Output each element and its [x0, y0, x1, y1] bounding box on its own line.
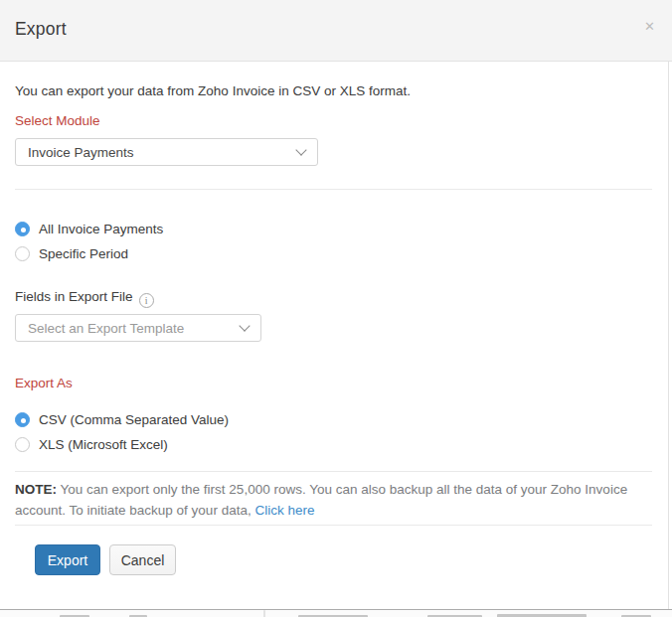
divider [15, 189, 652, 190]
divider [15, 525, 652, 526]
export-as-label: Export As [15, 376, 73, 390]
radio-icon[interactable] [15, 246, 30, 261]
radio-icon[interactable] [15, 437, 30, 452]
modal-title: Export [15, 19, 67, 40]
note-body: You can export only the first 25,000 row… [15, 482, 627, 518]
divider [15, 471, 652, 472]
modal-header: Export ✕ [0, 0, 672, 62]
chevron-down-icon [239, 320, 250, 331]
cancel-button[interactable]: Cancel [109, 544, 176, 575]
radio-icon[interactable] [15, 412, 30, 427]
fields-label-text: Fields in Export File [15, 289, 133, 304]
radio-csv[interactable]: CSV (Comma Separated Value) [15, 411, 229, 427]
click-here-link[interactable]: Click here [254, 503, 314, 518]
select-module-label: Select Module [15, 113, 100, 128]
chevron-down-icon [295, 144, 306, 155]
radio-xls[interactable]: XLS (Microsoft Excel) [15, 436, 168, 452]
radio-label: Specific Period [39, 246, 128, 261]
note-prefix: NOTE: [15, 482, 57, 497]
intro-text: You can export your data from Zoho Invoi… [15, 83, 411, 98]
radio-all-invoice-payments[interactable]: All Invoice Payments [15, 221, 163, 236]
export-modal: Export ✕ You can export your data from Z… [0, 0, 672, 617]
radio-label: All Invoice Payments [39, 222, 163, 236]
fields-in-export-file-label: Fields in Export Filei [15, 289, 154, 308]
radio-specific-period[interactable]: Specific Period [15, 245, 128, 261]
radio-label: CSV (Comma Separated Value) [39, 412, 229, 427]
info-icon[interactable]: i [139, 293, 154, 308]
close-icon[interactable]: ✕ [644, 20, 655, 33]
radio-icon[interactable] [15, 222, 30, 236]
export-template-select[interactable]: Select an Export Template [15, 314, 261, 342]
modal-body: You can export your data from Zoho Invoi… [0, 62, 669, 609]
radio-label: XLS (Microsoft Excel) [39, 437, 168, 452]
module-select[interactable]: Invoice Payments [15, 138, 318, 166]
module-select-value: Invoice Payments [28, 145, 289, 160]
background-page-edge [0, 609, 672, 617]
export-button[interactable]: Export [35, 544, 100, 575]
export-template-placeholder: Select an Export Template [28, 321, 233, 336]
note-text: NOTE: You can export only the first 25,0… [15, 479, 656, 521]
